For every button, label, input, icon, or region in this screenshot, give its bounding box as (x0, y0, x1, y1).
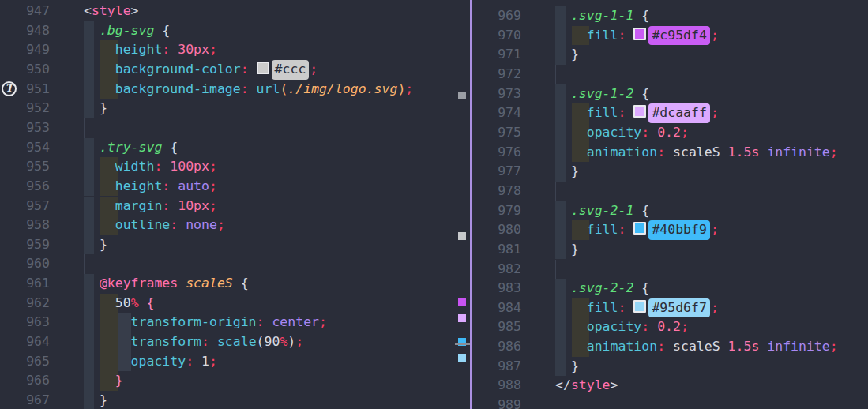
code-line[interactable]: 969 .svg-1-1 { (472, 6, 868, 26)
code-line[interactable]: 974 fill: #dcaaff; (472, 103, 868, 123)
code-line[interactable]: 964 transform: scale(90%); (0, 332, 470, 352)
line-number[interactable]: 982 (472, 260, 521, 280)
code-line[interactable]: 968 (472, 0, 868, 6)
code-line[interactable]: 970 fill: #c95df4; (472, 26, 868, 46)
line-number[interactable]: 969 (472, 6, 521, 26)
line-number[interactable]: 954 (0, 138, 50, 158)
color-swatch-icon[interactable] (633, 222, 646, 235)
line-number[interactable]: 979 (472, 201, 521, 221)
line-number[interactable]: 955 (0, 157, 50, 177)
color-chip[interactable]: #c95df4 (648, 26, 710, 46)
line-number[interactable]: 988 (472, 376, 521, 396)
color-chip[interactable]: #ccc (272, 60, 310, 80)
line-number[interactable]: 947 (0, 2, 50, 21)
line-number[interactable]: 984 (472, 298, 521, 318)
code-line[interactable]: 980 fill: #40bbf9; (472, 220, 868, 240)
code-line[interactable]: 988</style> (472, 376, 868, 396)
color-swatch-icon[interactable] (633, 105, 646, 118)
color-swatch-icon[interactable] (257, 62, 269, 74)
line-number[interactable]: 964 (0, 332, 50, 352)
line-number[interactable]: 949 (0, 40, 50, 60)
color-swatch-icon[interactable] (633, 28, 646, 40)
code-line[interactable]: 984 fill: #95d6f7; (472, 298, 868, 318)
color-swatch-icon[interactable] (633, 300, 646, 313)
overview-ruler[interactable] (454, 0, 470, 409)
code-line[interactable]: 950 background-color: #ccc; (0, 60, 470, 80)
circled-t-icon[interactable]: T (2, 81, 17, 96)
color-chip[interactable]: #40bbf9 (648, 220, 710, 240)
code-line[interactable]: 956 height: auto; (0, 177, 470, 197)
line-number[interactable]: 963 (0, 313, 50, 332)
code-line[interactable]: 948 .bg-svg { (0, 21, 470, 41)
line-number[interactable]: 961 (0, 274, 50, 294)
code-line[interactable]: 949 height: 30px; (0, 40, 470, 60)
code-line[interactable]: T951 background-image: url(./img/logo.sv… (0, 80, 470, 99)
code-line[interactable]: 986 animation: scaleS 1.5s infinite; (472, 337, 868, 357)
code-line[interactable]: 973 .svg-1-2 { (472, 84, 868, 104)
line-number[interactable]: 974 (472, 103, 521, 123)
code-line[interactable]: 966 } (0, 371, 470, 391)
code-line[interactable]: 952 } (0, 99, 470, 118)
code-token: : (162, 42, 170, 57)
line-number[interactable]: 953 (0, 118, 50, 138)
code-line[interactable]: 962 50% { (0, 294, 470, 313)
code-line[interactable]: 967 } (0, 391, 470, 409)
line-number[interactable]: 965 (0, 352, 50, 372)
line-number[interactable]: 977 (472, 162, 521, 182)
pane-sash[interactable] (470, 0, 472, 409)
line-number[interactable]: 948 (0, 21, 50, 41)
line-number[interactable]: 956 (0, 177, 50, 197)
line-number[interactable]: 980 (472, 220, 521, 240)
code-line[interactable]: 953 (0, 118, 470, 138)
code-line[interactable]: 985 opacity: 0.2; (472, 317, 868, 337)
line-number[interactable]: 973 (472, 84, 521, 104)
line-number[interactable]: 975 (472, 123, 521, 143)
line-number[interactable]: 959 (0, 235, 50, 255)
line-number[interactable]: 967 (0, 391, 50, 409)
line-number[interactable]: 958 (0, 216, 50, 235)
line-number[interactable]: 983 (472, 279, 521, 298)
line-number[interactable]: 960 (0, 254, 50, 274)
code-line[interactable]: 963 transform-origin: center; (0, 313, 470, 332)
color-chip[interactable]: #95d6f7 (648, 298, 710, 318)
line-number[interactable]: 985 (472, 317, 521, 337)
line-number[interactable]: 981 (472, 240, 521, 260)
line-number[interactable]: 970 (472, 26, 521, 46)
code-line[interactable]: 975 opacity: 0.2; (472, 123, 868, 143)
code-line[interactable]: 954 .try-svg { (0, 138, 470, 158)
code-line[interactable]: 955 width: 100px; (0, 157, 470, 177)
code-line[interactable]: 976 animation: scaleS 1.5s infinite; (472, 143, 868, 163)
code-line[interactable]: 982 (472, 260, 868, 280)
code-line[interactable]: 958 outline: none; (0, 216, 470, 235)
line-number[interactable]: 976 (472, 143, 521, 163)
code-line[interactable]: 978 (472, 182, 868, 201)
line-number[interactable]: 968 (472, 0, 521, 6)
code-line[interactable]: 972 (472, 65, 868, 84)
code-line[interactable]: 979 .svg-2-1 { (472, 201, 868, 221)
line-number[interactable]: 989 (472, 396, 521, 409)
code-line[interactable]: 983 .svg-2-2 { (472, 279, 868, 298)
code-line[interactable]: 977 } (472, 162, 868, 182)
line-number[interactable]: 950 (0, 60, 50, 80)
code-text: background-color: #ccc; (84, 60, 318, 80)
code-line[interactable]: 960 (0, 254, 470, 274)
line-number[interactable]: 972 (472, 65, 521, 84)
line-number[interactable]: 962 (0, 294, 50, 313)
code-line[interactable]: 947<style> (0, 2, 470, 21)
code-line[interactable]: 961 @keyframes scaleS { (0, 274, 470, 294)
line-number[interactable]: 978 (472, 182, 521, 201)
line-number[interactable]: 957 (0, 197, 50, 216)
color-chip[interactable]: #dcaaff (648, 103, 710, 123)
code-line[interactable]: 959 } (0, 235, 470, 255)
line-number[interactable]: 987 (472, 357, 521, 377)
line-number[interactable]: 971 (472, 45, 521, 65)
code-line[interactable]: 989 (472, 396, 868, 409)
code-line[interactable]: 957 margin: 10px; (0, 197, 470, 216)
line-number[interactable]: 986 (472, 337, 521, 357)
line-number[interactable]: 966 (0, 371, 50, 391)
line-number[interactable]: 952 (0, 99, 50, 118)
code-line[interactable]: 971 } (472, 45, 868, 65)
code-line[interactable]: 965 opacity: 1; (0, 352, 470, 372)
code-line[interactable]: 987 } (472, 357, 868, 377)
code-line[interactable]: 981 } (472, 240, 868, 260)
